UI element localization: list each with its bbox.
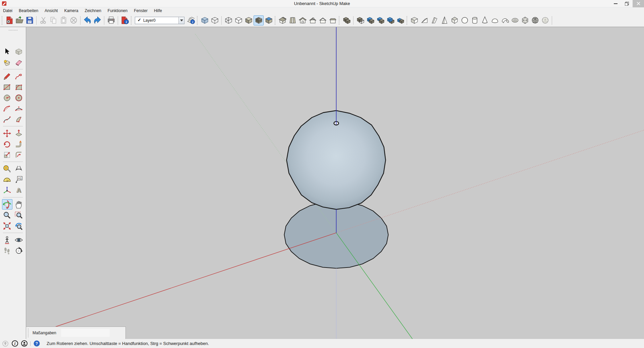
measurements-input[interactable] <box>61 329 110 337</box>
cut-button[interactable] <box>38 15 48 25</box>
position-camera-tool[interactable] <box>2 235 12 245</box>
toolbar-grip[interactable] <box>2 16 3 25</box>
shape-sphere-button[interactable] <box>460 15 470 25</box>
shape-hexagonal-prism-button[interactable] <box>449 15 460 25</box>
shape-geodesic-sphere-button[interactable] <box>530 15 540 25</box>
copy-button[interactable] <box>48 15 58 25</box>
view-front-button[interactable] <box>298 15 308 25</box>
toolbar-grip[interactable] <box>275 16 276 25</box>
shape-torus-button[interactable] <box>510 15 520 25</box>
3d-text-tool[interactable]: AA <box>14 185 24 195</box>
menu-hilfe[interactable]: Hilfe <box>154 8 162 13</box>
line-tool[interactable] <box>2 71 12 81</box>
union-button[interactable] <box>365 15 375 25</box>
view-left-button[interactable] <box>328 15 338 25</box>
geolocation-button[interactable] <box>2 340 9 347</box>
open-button[interactable] <box>14 15 24 25</box>
arc-tool[interactable] <box>2 103 12 114</box>
subtract-button[interactable] <box>375 15 385 25</box>
shape-wedge-button[interactable] <box>419 15 429 25</box>
monochrome-button[interactable] <box>264 15 274 25</box>
menu-datei[interactable]: Datei <box>3 8 12 13</box>
polygon-tool[interactable] <box>14 93 24 103</box>
dimension-tool[interactable] <box>14 164 24 174</box>
axes-tool[interactable] <box>2 185 12 195</box>
palette-grip[interactable] <box>9 30 17 31</box>
save-button[interactable] <box>24 15 35 25</box>
restore-button[interactable] <box>621 0 633 7</box>
shape-geodesic-dome-button[interactable] <box>540 15 550 25</box>
paint-bucket-tool[interactable] <box>2 57 12 67</box>
shape-dome-button[interactable] <box>490 15 500 25</box>
walk-tool[interactable] <box>2 245 12 256</box>
split-button[interactable] <box>395 15 406 25</box>
rotate-tool[interactable] <box>2 139 12 149</box>
minimize-button[interactable] <box>610 0 621 7</box>
two-point-arc-tool[interactable] <box>14 103 24 114</box>
rotated-rectangle-tool[interactable] <box>14 82 24 92</box>
offset-tool[interactable] <box>14 150 24 160</box>
layer-combobox-arrow[interactable] <box>178 17 184 24</box>
orbit-tool[interactable] <box>2 199 12 210</box>
follow-me-tool[interactable] <box>14 139 24 149</box>
view-back-button[interactable] <box>318 15 328 25</box>
view-top-button[interactable] <box>287 15 298 25</box>
look-around-tool[interactable] <box>14 235 24 245</box>
pie-tool[interactable] <box>14 114 24 124</box>
circle-tool[interactable] <box>2 93 12 103</box>
eraser-tool[interactable] <box>14 57 24 67</box>
toolbar-grip[interactable] <box>339 16 340 25</box>
credit-button[interactable]: i <box>11 340 18 347</box>
shaded-with-textures-button[interactable] <box>254 15 264 25</box>
intersect-button[interactable] <box>355 15 365 25</box>
zoom-tool[interactable] <box>2 210 12 220</box>
layer-manager-button[interactable]: i <box>186 15 196 25</box>
zoom-window-tool[interactable] <box>14 210 24 220</box>
move-tool[interactable] <box>2 128 12 138</box>
toolbar-grip[interactable] <box>131 16 132 25</box>
view-right-button[interactable] <box>308 15 318 25</box>
shape-cone-button[interactable] <box>480 15 490 25</box>
trim-button[interactable] <box>385 15 395 25</box>
toolbar-grip[interactable] <box>407 16 408 25</box>
erase-selection-button[interactable] <box>68 15 78 25</box>
view-iso-button[interactable] <box>277 15 287 25</box>
hidden-line-button[interactable] <box>233 15 244 25</box>
print-button[interactable] <box>106 15 116 25</box>
scale-tool[interactable] <box>2 150 12 160</box>
menu-ansicht[interactable]: Ansicht <box>45 8 58 13</box>
shape-icosahedron-button[interactable] <box>520 15 530 25</box>
zoom-extents-tool[interactable] <box>2 221 12 231</box>
shape-box-button[interactable] <box>409 15 419 25</box>
sign-in-button[interactable] <box>21 340 28 347</box>
viewport[interactable]: Maßangaben <box>26 27 644 339</box>
measurements-grip[interactable] <box>28 329 29 337</box>
help-button[interactable]: ? <box>33 340 40 347</box>
new-button[interactable] <box>4 15 14 25</box>
outer-shell-button[interactable] <box>341 15 352 25</box>
layer-combobox[interactable]: ✓ Layer0 <box>135 17 184 24</box>
text-tool[interactable]: A1 <box>14 174 24 185</box>
redo-button[interactable] <box>92 15 102 25</box>
section-plane-tool[interactable]: C <box>14 245 24 256</box>
protractor-tool[interactable] <box>2 174 12 185</box>
freehand-tool[interactable] <box>14 71 24 81</box>
shape-prism-button[interactable] <box>429 15 439 25</box>
zoom-previous-tool[interactable] <box>14 221 24 231</box>
menu-bearbeiten[interactable]: Bearbeiten <box>19 8 38 13</box>
model-info-button[interactable]: i <box>120 15 130 25</box>
shape-pyramid-button[interactable] <box>439 15 449 25</box>
toolbar-grip[interactable] <box>197 16 198 25</box>
back-edges-button[interactable] <box>210 15 220 25</box>
rectangle-tool[interactable] <box>2 82 12 92</box>
three-point-arc-tool[interactable] <box>2 114 12 124</box>
shaded-button[interactable] <box>244 15 254 25</box>
close-button[interactable] <box>633 0 644 7</box>
undo-button[interactable] <box>82 15 92 25</box>
menu-zeichnen[interactable]: Zeichnen <box>85 8 101 13</box>
push-pull-tool[interactable] <box>14 128 24 138</box>
xray-button[interactable] <box>200 15 210 25</box>
paste-button[interactable] <box>58 15 68 25</box>
shape-cylinder-button[interactable] <box>470 15 480 25</box>
select-tool[interactable] <box>2 46 12 57</box>
